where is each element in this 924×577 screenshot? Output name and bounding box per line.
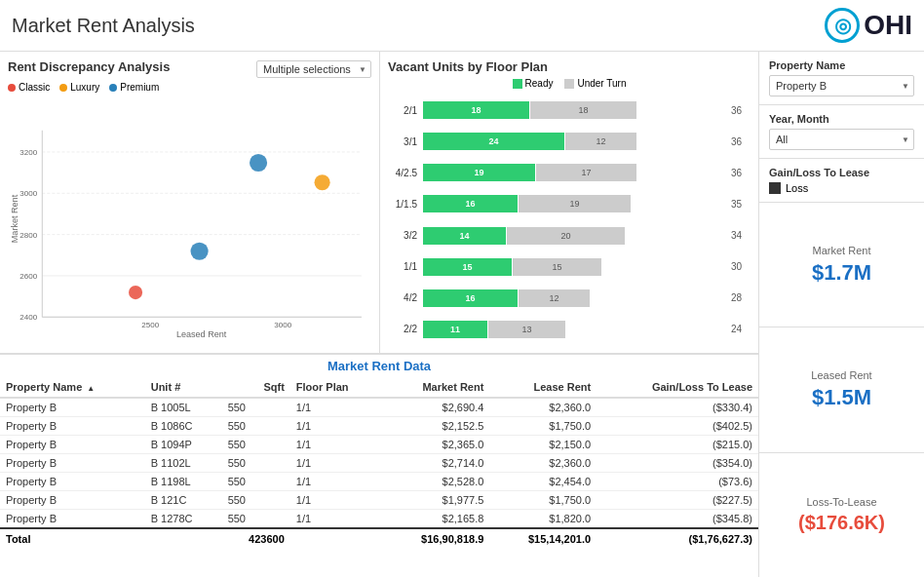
total-sqft: 423600 — [222, 528, 290, 549]
table-cell: B 1005L — [145, 398, 222, 417]
legend-under-turn-label: Under Turn — [577, 78, 626, 89]
market-rent-label: Market Rent — [813, 245, 871, 256]
bar-total: 34 — [731, 230, 751, 241]
property-name-select[interactable]: Property B Property A Property C — [769, 75, 914, 96]
bar-group: 14 20 — [423, 227, 721, 245]
year-month-filter: Year, Month All 2024-01 2024-02 — [759, 105, 924, 159]
bar-ready: 11 — [423, 321, 487, 338]
total-unit — [145, 528, 222, 549]
table-cell: 1/1 — [290, 454, 383, 473]
left-panel: Rent Discrepancy Analysis Multiple selec… — [0, 52, 758, 577]
market-rent-table: Property Name ▲ Unit # Sqft Floor Plan M… — [0, 377, 758, 549]
table-cell: B 121C — [145, 491, 222, 510]
bar-chart-legend: Ready Under Turn — [388, 78, 751, 89]
table-row: Property BB 1094P5501/1$2,365.0$2,150.0(… — [0, 436, 758, 454]
header: Market Rent Analysis OHI — [0, 0, 924, 52]
table-header: Property Name ▲ Unit # Sqft Floor Plan M… — [0, 377, 758, 398]
legend-premium: Premium — [109, 82, 159, 93]
table-cell: ($227.5) — [597, 491, 758, 510]
table-row: Property BB 1005L5501/1$2,690.4$2,360.0(… — [0, 398, 758, 417]
bar-total: 28 — [731, 292, 751, 303]
col-floor-plan[interactable]: Floor Plan — [290, 377, 383, 398]
bar-floor-label: 2/1 — [388, 105, 417, 116]
table-cell: 1/1 — [290, 398, 383, 417]
loss-to-lease-label: Loss-To-Lease — [806, 496, 876, 508]
legend-classic-dot — [8, 84, 16, 92]
bar-chart-title: Vacant Units by Floor Plan — [388, 59, 751, 74]
gain-loss-option: Loss — [786, 182, 808, 194]
bar-group: 16 19 — [423, 195, 721, 212]
col-unit[interactable]: Unit # — [145, 377, 222, 398]
page-title: Market Rent Analysis — [12, 15, 195, 37]
legend-ready-label: Ready — [525, 78, 554, 89]
property-name-select-wrapper: Property B Property A Property C — [769, 75, 914, 96]
scatter-header: Rent Discrepancy Analysis Multiple selec… — [8, 59, 371, 78]
property-name-filter: Property Name Property B Property A Prop… — [759, 52, 924, 105]
total-gain-loss: ($1,76,627.3) — [597, 528, 758, 549]
bar-floor-label: 4/2.5 — [388, 168, 417, 178]
scatter-legend: Classic Luxury Premium — [8, 82, 371, 93]
table-cell: B 1102L — [145, 454, 222, 473]
svg-text:3000: 3000 — [19, 189, 37, 198]
table-title: Market Rent Data — [0, 355, 758, 377]
bar-under-turn: 17 — [536, 164, 636, 181]
bar-floor-label: 3/2 — [388, 230, 417, 241]
col-gain-loss[interactable]: Gain/Loss To Lease — [597, 377, 758, 398]
col-sqft[interactable]: Sqft — [222, 377, 290, 398]
legend-ready-rect — [513, 79, 522, 89]
bar-under-turn: 18 — [530, 101, 636, 119]
bar-group: 16 12 — [423, 289, 721, 307]
scatter-chart-title: Rent Discrepancy Analysis — [8, 59, 170, 74]
table-body: Property BB 1005L5501/1$2,690.4$2,360.0(… — [0, 398, 758, 528]
table-wrapper[interactable]: Property Name ▲ Unit # Sqft Floor Plan M… — [0, 377, 758, 577]
table-cell: B 1198L — [145, 473, 222, 491]
scatter-plot-area: Market Rent 2400 2600 2800 3000 3200 — [8, 93, 371, 345]
year-month-select-wrapper: All 2024-01 2024-02 — [769, 129, 914, 150]
bar-ready: 14 — [423, 227, 506, 245]
table-cell: $2,365.0 — [383, 436, 490, 454]
table-cell: $1,750.0 — [489, 417, 597, 436]
scatter-filter-dropdown[interactable]: Multiple selections Classic Luxury Premi… — [256, 60, 371, 78]
table-row: Property BB 1198L5501/1$2,528.0$2,454.0(… — [0, 473, 758, 491]
table-cell: 1/1 — [290, 473, 383, 491]
loss-to-lease-value: ($176.6K) — [798, 512, 885, 534]
bar-ready: 16 — [423, 195, 518, 212]
svg-text:2400: 2400 — [19, 313, 37, 322]
col-market-rent[interactable]: Market Rent — [383, 377, 490, 398]
table-cell: B 1086C — [145, 417, 222, 436]
charts-row: Rent Discrepancy Analysis Multiple selec… — [0, 52, 758, 354]
loss-square — [769, 182, 781, 194]
svg-text:2800: 2800 — [19, 231, 37, 240]
bar-group: 11 13 — [423, 321, 721, 338]
logo-text: OHI — [864, 10, 912, 41]
legend-luxury-label: Luxury — [70, 82, 99, 93]
bar-under-turn: 20 — [507, 227, 625, 245]
bar-row: 4/2.5 19 17 36 — [388, 162, 751, 183]
leased-rent-value: $1.5M — [812, 385, 871, 410]
bar-total: 24 — [731, 324, 751, 334]
svg-point-19 — [315, 174, 330, 190]
col-lease-rent[interactable]: Lease Rent — [489, 377, 597, 398]
table-cell: Property B — [0, 398, 145, 417]
total-lease-rent: $15,14,201.0 — [489, 528, 597, 549]
legend-under-turn-rect — [564, 79, 574, 89]
table-cell: 550 — [222, 454, 290, 473]
bar-under-turn: 12 — [565, 133, 636, 150]
svg-point-16 — [129, 286, 142, 299]
market-rent-value: $1.7M — [812, 260, 871, 286]
col-property-name[interactable]: Property Name ▲ — [0, 377, 145, 398]
scatter-svg: Market Rent 2400 2600 2800 3000 3200 — [8, 93, 371, 345]
table-cell: $2,454.0 — [489, 473, 597, 491]
content-area: Rent Discrepancy Analysis Multiple selec… — [0, 52, 924, 577]
total-market-rent: $16,90,818.9 — [383, 528, 490, 549]
year-month-select[interactable]: All 2024-01 2024-02 — [769, 129, 914, 150]
legend-under-turn: Under Turn — [564, 78, 626, 89]
gain-loss-legend: Loss — [769, 182, 914, 194]
gain-loss-label: Gain/Loss To Lease — [769, 167, 914, 178]
bar-floor-label: 2/2 — [388, 324, 417, 334]
table-cell: $2,152.5 — [383, 417, 490, 436]
bar-group: 18 18 — [423, 101, 721, 119]
bar-floor-label: 3/1 — [388, 136, 417, 147]
sort-property: ▲ — [87, 384, 95, 393]
scatter-chart-panel: Rent Discrepancy Analysis Multiple selec… — [0, 52, 380, 353]
